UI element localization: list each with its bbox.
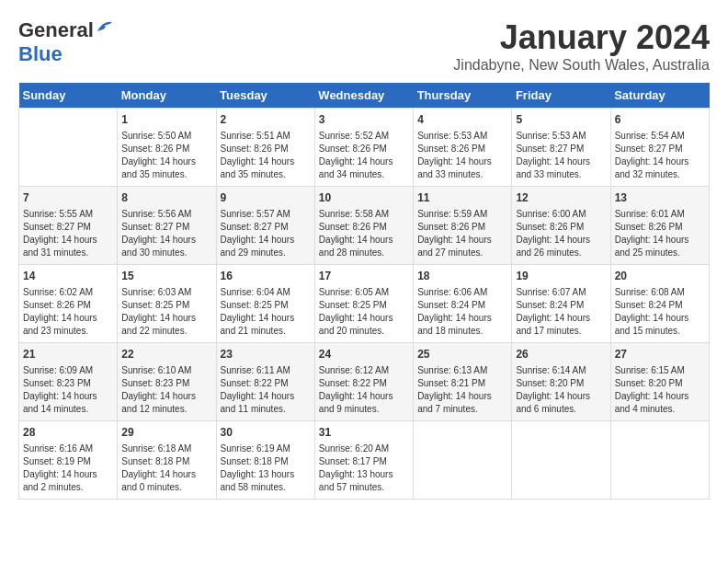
- day-number: 15: [121, 269, 211, 284]
- col-tuesday: Tuesday: [216, 83, 314, 109]
- table-row: 25Sunrise: 6:13 AMSunset: 8:21 PMDayligh…: [414, 343, 512, 421]
- day-number: 18: [417, 269, 507, 284]
- day-info: Sunrise: 6:18 AMSunset: 8:18 PMDaylight:…: [121, 442, 211, 494]
- table-row: 24Sunrise: 6:12 AMSunset: 8:22 PMDayligh…: [314, 343, 413, 421]
- table-row: 14Sunrise: 6:02 AMSunset: 8:26 PMDayligh…: [19, 265, 118, 343]
- day-info: Sunrise: 6:06 AMSunset: 8:24 PMDaylight:…: [417, 286, 507, 338]
- day-info: Sunrise: 5:57 AMSunset: 8:27 PMDaylight:…: [221, 208, 311, 259]
- calendar-week-row: 21Sunrise: 6:09 AMSunset: 8:23 PMDayligh…: [19, 343, 710, 421]
- day-number: 29: [121, 425, 211, 441]
- day-number: 25: [417, 347, 507, 362]
- header: General Blue January 2024 Jindabyne, New…: [18, 18, 710, 74]
- table-row: [19, 109, 118, 187]
- table-row: 3Sunrise: 5:52 AMSunset: 8:26 PMDaylight…: [314, 109, 413, 187]
- col-friday: Friday: [512, 83, 610, 109]
- table-row: 2Sunrise: 5:51 AMSunset: 8:26 PMDaylight…: [216, 109, 314, 187]
- col-wednesday: Wednesday: [314, 83, 413, 109]
- day-number: 27: [615, 347, 705, 362]
- day-number: 23: [221, 347, 311, 362]
- table-row: 23Sunrise: 6:11 AMSunset: 8:22 PMDayligh…: [216, 343, 314, 421]
- day-info: Sunrise: 6:13 AMSunset: 8:21 PMDaylight:…: [417, 364, 507, 416]
- day-number: 8: [121, 190, 211, 206]
- day-info: Sunrise: 5:50 AMSunset: 8:26 PMDaylight:…: [121, 130, 211, 181]
- day-number: 19: [516, 269, 606, 284]
- day-number: 9: [221, 190, 311, 206]
- calendar-week-row: 7Sunrise: 5:55 AMSunset: 8:27 PMDaylight…: [19, 187, 710, 265]
- day-info: Sunrise: 6:09 AMSunset: 8:23 PMDaylight:…: [23, 364, 113, 416]
- day-info: Sunrise: 6:01 AMSunset: 8:26 PMDaylight:…: [615, 208, 705, 259]
- col-sunday: Sunday: [19, 83, 118, 109]
- day-number: 21: [23, 347, 113, 362]
- day-number: 11: [417, 190, 507, 206]
- month-title: January 2024: [453, 18, 710, 57]
- day-number: 13: [615, 190, 705, 206]
- day-info: Sunrise: 5:53 AMSunset: 8:27 PMDaylight:…: [516, 130, 606, 181]
- table-row: 4Sunrise: 5:53 AMSunset: 8:26 PMDaylight…: [414, 109, 512, 187]
- day-number: 16: [221, 269, 311, 284]
- day-info: Sunrise: 6:03 AMSunset: 8:25 PMDaylight:…: [121, 286, 211, 338]
- table-row: 18Sunrise: 6:06 AMSunset: 8:24 PMDayligh…: [414, 265, 512, 343]
- calendar-week-row: 28Sunrise: 6:16 AMSunset: 8:19 PMDayligh…: [19, 421, 710, 500]
- day-info: Sunrise: 5:51 AMSunset: 8:26 PMDaylight:…: [221, 130, 311, 181]
- day-info: Sunrise: 6:12 AMSunset: 8:22 PMDaylight:…: [319, 364, 409, 416]
- day-info: Sunrise: 5:56 AMSunset: 8:27 PMDaylight:…: [121, 208, 211, 259]
- day-number: 24: [319, 347, 409, 362]
- table-row: 30Sunrise: 6:19 AMSunset: 8:18 PMDayligh…: [216, 421, 314, 500]
- location: Jindabyne, New South Wales, Australia: [453, 57, 710, 74]
- calendar-week-row: 1Sunrise: 5:50 AMSunset: 8:26 PMDaylight…: [19, 109, 710, 187]
- day-number: 7: [23, 190, 113, 206]
- day-info: Sunrise: 5:59 AMSunset: 8:26 PMDaylight:…: [417, 208, 507, 259]
- table-row: 6Sunrise: 5:54 AMSunset: 8:27 PMDaylight…: [610, 109, 709, 187]
- day-info: Sunrise: 6:07 AMSunset: 8:24 PMDaylight:…: [516, 286, 606, 338]
- day-info: Sunrise: 6:00 AMSunset: 8:26 PMDaylight:…: [516, 208, 606, 259]
- table-row: 19Sunrise: 6:07 AMSunset: 8:24 PMDayligh…: [512, 265, 610, 343]
- calendar-table: Sunday Monday Tuesday Wednesday Thursday…: [18, 83, 710, 500]
- logo-bird-icon: [96, 18, 116, 35]
- calendar-header-row: Sunday Monday Tuesday Wednesday Thursday…: [19, 83, 710, 109]
- logo-blue: Blue: [18, 42, 63, 65]
- day-info: Sunrise: 6:20 AMSunset: 8:17 PMDaylight:…: [319, 442, 409, 494]
- col-saturday: Saturday: [610, 83, 709, 109]
- table-row: [610, 421, 709, 500]
- day-number: 17: [319, 269, 409, 284]
- day-info: Sunrise: 5:55 AMSunset: 8:27 PMDaylight:…: [23, 208, 113, 259]
- table-row: 31Sunrise: 6:20 AMSunset: 8:17 PMDayligh…: [314, 421, 413, 500]
- table-row: 7Sunrise: 5:55 AMSunset: 8:27 PMDaylight…: [19, 187, 118, 265]
- day-number: 28: [23, 425, 113, 441]
- table-row: [414, 421, 512, 500]
- day-number: 1: [121, 112, 211, 128]
- table-row: 16Sunrise: 6:04 AMSunset: 8:25 PMDayligh…: [216, 265, 314, 343]
- table-row: [512, 421, 610, 500]
- table-row: 29Sunrise: 6:18 AMSunset: 8:18 PMDayligh…: [118, 421, 216, 500]
- day-number: 26: [516, 347, 606, 362]
- day-number: 14: [23, 269, 113, 284]
- day-info: Sunrise: 5:58 AMSunset: 8:26 PMDaylight:…: [319, 208, 409, 259]
- table-row: 5Sunrise: 5:53 AMSunset: 8:27 PMDaylight…: [512, 109, 610, 187]
- title-area: January 2024 Jindabyne, New South Wales,…: [453, 18, 710, 74]
- day-info: Sunrise: 5:52 AMSunset: 8:26 PMDaylight:…: [319, 130, 409, 181]
- table-row: 26Sunrise: 6:14 AMSunset: 8:20 PMDayligh…: [512, 343, 610, 421]
- logo-general: General: [18, 18, 94, 42]
- table-row: 10Sunrise: 5:58 AMSunset: 8:26 PMDayligh…: [314, 187, 413, 265]
- day-info: Sunrise: 6:11 AMSunset: 8:22 PMDaylight:…: [221, 364, 311, 416]
- day-number: 31: [319, 425, 409, 441]
- day-info: Sunrise: 6:04 AMSunset: 8:25 PMDaylight:…: [221, 286, 311, 338]
- table-row: 11Sunrise: 5:59 AMSunset: 8:26 PMDayligh…: [414, 187, 512, 265]
- day-number: 30: [221, 425, 311, 441]
- table-row: 22Sunrise: 6:10 AMSunset: 8:23 PMDayligh…: [118, 343, 216, 421]
- day-info: Sunrise: 6:10 AMSunset: 8:23 PMDaylight:…: [121, 364, 211, 416]
- day-number: 4: [417, 112, 507, 128]
- day-info: Sunrise: 6:02 AMSunset: 8:26 PMDaylight:…: [23, 286, 113, 338]
- day-number: 3: [319, 112, 409, 128]
- table-row: 21Sunrise: 6:09 AMSunset: 8:23 PMDayligh…: [19, 343, 118, 421]
- table-row: 9Sunrise: 5:57 AMSunset: 8:27 PMDaylight…: [216, 187, 314, 265]
- calendar-week-row: 14Sunrise: 6:02 AMSunset: 8:26 PMDayligh…: [19, 265, 710, 343]
- day-number: 2: [221, 112, 311, 128]
- table-row: 28Sunrise: 6:16 AMSunset: 8:19 PMDayligh…: [19, 421, 118, 500]
- day-number: 10: [319, 190, 409, 206]
- day-number: 22: [121, 347, 211, 362]
- day-number: 6: [615, 112, 705, 128]
- day-info: Sunrise: 5:53 AMSunset: 8:26 PMDaylight:…: [417, 130, 507, 181]
- col-thursday: Thursday: [414, 83, 512, 109]
- day-info: Sunrise: 6:05 AMSunset: 8:25 PMDaylight:…: [319, 286, 409, 338]
